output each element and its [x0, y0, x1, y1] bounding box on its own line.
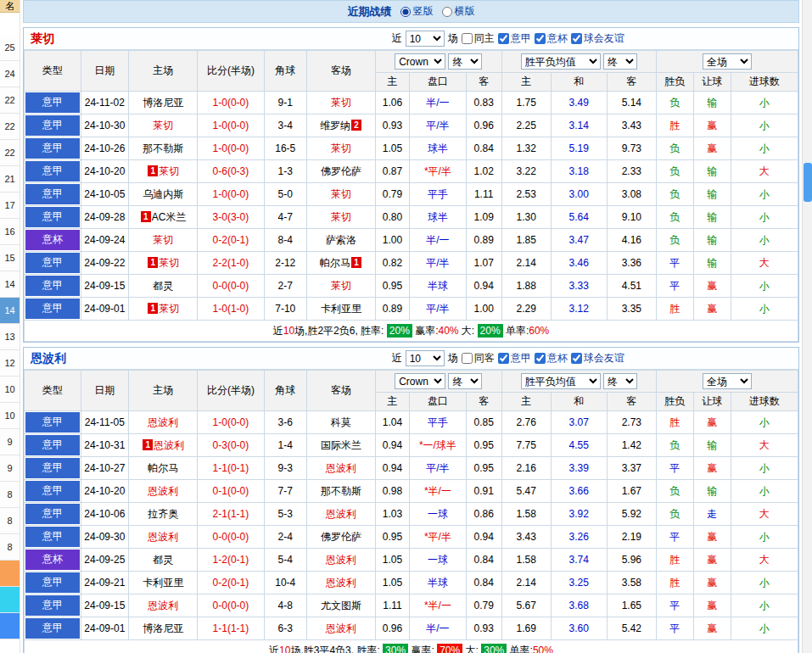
filter-serie-a[interactable]: 意甲 [498, 351, 531, 366]
cell-score-link[interactable]: 1-2(0-1) [198, 549, 264, 572]
same-venue-checkbox[interactable] [462, 33, 473, 44]
cell-score-link[interactable]: 1-0(1-0) [198, 298, 264, 321]
home-team-link[interactable]: 都灵 [153, 554, 173, 566]
home-team-link[interactable]: 恩波利 [148, 600, 178, 611]
serie-a-checkbox[interactable] [498, 353, 509, 364]
cell-score-link[interactable]: 0-2(0-1) [198, 572, 264, 594]
scope-select[interactable]: 全场 [703, 53, 752, 70]
vertical-scrollbar[interactable] [802, 0, 812, 653]
home-team-link[interactable]: 都灵 [153, 280, 173, 292]
away-team-link[interactable]: 萨索洛 [326, 234, 356, 246]
away-team-link[interactable]: 恩波利 [326, 554, 356, 566]
league-badge[interactable]: 意杯 [25, 550, 80, 570]
away-team-link[interactable]: 尤文图斯 [321, 600, 361, 611]
away-team-link[interactable]: 帕尔马 [320, 257, 350, 269]
cell-score-link[interactable]: 0-6(0-3) [198, 160, 264, 183]
bookmaker-select[interactable]: Crown [395, 373, 445, 389]
filter-serie-a[interactable]: 意甲 [498, 31, 531, 46]
odds-stage-select[interactable]: 终 [448, 373, 482, 389]
bookmaker-select[interactable]: Crown [395, 53, 445, 70]
horizontal-radio[interactable] [442, 7, 452, 17]
league-badge[interactable]: 意甲 [25, 207, 80, 227]
avg-odds-select[interactable]: 胜平负均值 [521, 373, 601, 389]
away-team-link[interactable]: 卡利亚里 [321, 303, 361, 315]
home-team-link[interactable]: 莱切 [153, 120, 173, 131]
home-team-link[interactable]: 莱切 [153, 234, 173, 246]
league-badge[interactable]: 意甲 [25, 161, 80, 181]
home-team-link[interactable]: 帕尔马 [148, 462, 178, 474]
layout-option-vertical[interactable]: 竖版 [400, 4, 434, 19]
cell-score-link[interactable]: 0-0(0-0) [198, 526, 264, 549]
home-team-link[interactable]: 莱切 [159, 257, 179, 269]
league-badge[interactable]: 意甲 [25, 527, 80, 547]
home-team-link[interactable]: 恩波利 [148, 416, 178, 428]
serie-a-checkbox[interactable] [498, 33, 509, 44]
cell-score-link[interactable]: 1-0(0-0) [198, 183, 264, 206]
cell-score-link[interactable]: 2-1(1-1) [198, 503, 264, 526]
filter-coppa[interactable]: 意杯 [535, 351, 568, 366]
filter-friendly[interactable]: 球会友谊 [571, 351, 624, 366]
cell-score-link[interactable]: 1-0(0-0) [198, 114, 264, 137]
friendly-checkbox[interactable] [571, 33, 582, 44]
home-team-link[interactable]: 那不勒斯 [143, 142, 183, 154]
odds-stage-select[interactable]: 终 [448, 53, 482, 70]
league-badge[interactable]: 意甲 [25, 458, 80, 478]
filter-same-venue[interactable]: 同客 [462, 351, 495, 366]
home-team-link[interactable]: 博洛尼亚 [143, 622, 183, 634]
home-team-link[interactable]: 莱切 [159, 165, 179, 177]
cell-score-link[interactable]: 0-0(0-0) [198, 275, 264, 298]
away-team-link[interactable]: 那不勒斯 [321, 485, 361, 497]
home-team-link[interactable]: 乌迪内斯 [143, 188, 183, 200]
home-team-link[interactable]: 博洛尼亚 [143, 97, 183, 109]
home-team-link[interactable]: 恩波利 [148, 531, 178, 543]
team-name-link[interactable]: 莱切 [31, 31, 54, 47]
team-name-link[interactable]: 恩波利 [31, 351, 66, 366]
away-team-link[interactable]: 维罗纳 [320, 120, 350, 131]
away-team-link[interactable]: 科莫 [331, 416, 351, 428]
home-team-link[interactable]: 恩波利 [148, 485, 178, 497]
away-team-link[interactable]: 恩波利 [326, 508, 356, 520]
cell-score-link[interactable]: 1-0(0-0) [198, 411, 264, 434]
league-badge[interactable]: 意甲 [25, 618, 80, 639]
league-badge[interactable]: 意杯 [25, 230, 80, 250]
cell-score-link[interactable]: 1-0(0-0) [198, 92, 264, 114]
away-team-link[interactable]: 佛罗伦萨 [321, 165, 361, 177]
away-team-link[interactable]: 国际米兰 [321, 439, 361, 451]
away-team-link[interactable]: 佛罗伦萨 [321, 531, 361, 543]
cell-score-link[interactable]: 0-1(0-0) [198, 480, 264, 503]
league-badge[interactable]: 意甲 [25, 92, 80, 113]
scrollbar-thumb[interactable] [804, 163, 812, 202]
away-team-link[interactable]: 莱切 [331, 142, 351, 154]
league-badge[interactable]: 意甲 [25, 435, 80, 455]
cell-score-link[interactable]: 1-1(1-1) [198, 617, 264, 640]
away-team-link[interactable]: 莱切 [331, 280, 351, 292]
league-badge[interactable]: 意甲 [25, 595, 80, 616]
avg-odds-select[interactable]: 胜平负均值 [521, 53, 601, 70]
home-team-link[interactable]: 莱切 [159, 303, 179, 315]
cell-score-link[interactable]: 0-0(0-0) [198, 594, 264, 617]
vertical-radio[interactable] [400, 7, 411, 17]
away-team-link[interactable]: 莱切 [331, 188, 351, 200]
scope-select[interactable]: 全场 [703, 373, 752, 389]
recent-count-select[interactable]: 10 [406, 350, 445, 366]
friendly-checkbox[interactable] [571, 353, 582, 364]
away-team-link[interactable]: 恩波利 [326, 462, 356, 474]
cell-score-link[interactable]: 2-2(1-0) [198, 252, 264, 275]
home-team-link[interactable]: 恩波利 [154, 439, 184, 451]
away-team-link[interactable]: 恩波利 [326, 622, 356, 634]
cell-score-link[interactable]: 0-2(0-1) [198, 229, 264, 252]
coppa-checkbox[interactable] [535, 353, 546, 364]
filter-coppa[interactable]: 意杯 [535, 31, 568, 46]
home-team-link[interactable]: 卡利亚里 [143, 577, 183, 589]
league-badge[interactable]: 意甲 [25, 481, 80, 501]
away-team-link[interactable]: 莱切 [331, 211, 351, 223]
filter-friendly[interactable]: 球会友谊 [571, 31, 624, 46]
away-team-link[interactable]: 莱切 [331, 97, 351, 109]
home-team-link[interactable]: AC米兰 [152, 211, 187, 223]
avg-stage-select[interactable]: 终 [603, 373, 637, 389]
cell-score-link[interactable]: 3-0(3-0) [198, 206, 264, 229]
away-team-link[interactable]: 恩波利 [326, 577, 356, 589]
cell-score-link[interactable]: 0-3(0-0) [198, 434, 264, 457]
recent-count-select[interactable]: 10 [406, 31, 445, 47]
layout-option-horizontal[interactable]: 横版 [442, 4, 475, 19]
